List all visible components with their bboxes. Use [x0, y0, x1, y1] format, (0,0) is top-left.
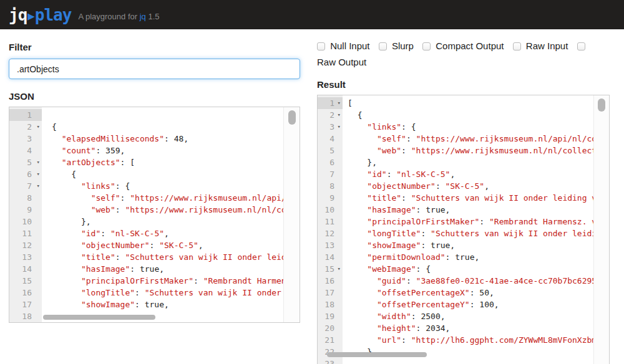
code-line[interactable]: "longTitle": "Schutters van wijk II onde…: [348, 228, 594, 239]
null-input-checkbox[interactable]: [317, 42, 325, 50]
fold-chevron-down-icon[interactable]: ▾: [338, 97, 341, 109]
json-editor[interactable]: 12▾345▾6▾7▾89101112131415161718 { "elaps…: [9, 107, 300, 323]
line-number: 2▾: [9, 121, 42, 133]
filter-label: Filter: [9, 42, 300, 52]
code-line[interactable]: "showImage": true,: [348, 239, 594, 251]
fold-chevron-down-icon[interactable]: ▾: [37, 156, 40, 168]
result-editor-code[interactable]: [ { "links": { "self": "https://www.rijk…: [343, 97, 594, 364]
fold-chevron-down-icon[interactable]: ▾: [338, 109, 341, 121]
options-row: Null Input Slurp Compact Output Raw Inpu…: [317, 38, 610, 70]
slurp-checkbox[interactable]: [379, 42, 387, 50]
line-number: 6▾: [9, 168, 42, 180]
code-line[interactable]: {: [52, 121, 284, 133]
code-line[interactable]: "self": "https://www.rijksmuseum.nl/api/…: [348, 133, 594, 145]
code-line[interactable]: "count": 359,: [52, 145, 284, 156]
result-editor-vertical-scrollbar[interactable]: [593, 95, 609, 364]
code-line[interactable]: "longTitle": "Schutters van wijk II onde…: [52, 287, 284, 299]
vertical-scroll-thumb[interactable]: [598, 98, 605, 112]
code-line[interactable]: },: [52, 216, 284, 228]
code-line[interactable]: {: [52, 168, 284, 180]
compact-output-checkbox[interactable]: [422, 42, 431, 50]
raw-input-checkbox[interactable]: [513, 42, 521, 50]
code-line[interactable]: "offsetPercentageY": 100,: [348, 299, 594, 310]
line-number: 12: [9, 239, 42, 251]
option-slurp[interactable]: Slurp: [379, 41, 414, 51]
logo-play-text: play: [35, 6, 72, 24]
code-line[interactable]: [52, 109, 284, 121]
line-number: 10: [9, 216, 42, 228]
line-number: 4: [9, 145, 42, 156]
code-line[interactable]: "links": {: [348, 121, 594, 133]
code-line[interactable]: "hasImage": true,: [348, 204, 594, 216]
code-line[interactable]: "width": 2500,: [348, 310, 594, 322]
json-label: JSON: [9, 91, 300, 102]
json-editor-code[interactable]: { "elapsedMilliseconds": 48, "count": 35…: [42, 109, 284, 322]
line-number: 14: [318, 251, 343, 263]
code-line[interactable]: "showImage": true,: [52, 299, 284, 310]
line-number: 9: [318, 192, 343, 204]
json-editor-gutter: 12▾345▾6▾7▾89101112131415161718: [9, 107, 42, 322]
filter-input[interactable]: [9, 59, 300, 79]
line-number: 18: [9, 310, 42, 322]
option-raw-input[interactable]: Raw Input: [513, 41, 568, 51]
code-line[interactable]: "hasImage": true,: [52, 263, 284, 275]
code-line[interactable]: "objectNumber": "SK-C-5",: [348, 180, 594, 192]
tagline: A playground for jq 1.5: [78, 8, 159, 21]
option-null-input[interactable]: Null Input: [317, 41, 370, 51]
code-line[interactable]: "artObjects": [: [52, 156, 284, 168]
option-label: Null Input: [330, 41, 369, 51]
code-line[interactable]: "height": 2034,: [348, 322, 594, 334]
fold-chevron-down-icon[interactable]: ▾: [37, 168, 40, 180]
code-line[interactable]: "permitDownload": true,: [348, 251, 594, 263]
code-line[interactable]: "elapsedMilliseconds": 48,: [52, 133, 284, 145]
result-editor-gutter: 1▾2▾3▾456789101112131415▾161718192021222…: [318, 95, 343, 364]
line-number: 3: [9, 133, 42, 145]
code-line[interactable]: "title": "Schutters van wijk II onder le…: [52, 251, 284, 263]
fold-chevron-down-icon[interactable]: ▾: [338, 121, 341, 133]
option-label: Slurp: [392, 41, 414, 51]
code-line[interactable]: "id": "nl-SK-C-5",: [348, 168, 594, 180]
code-line[interactable]: "offsetPercentageX": 50,: [348, 287, 594, 299]
raw-output-checkbox[interactable]: [577, 42, 585, 50]
line-number: 8: [9, 192, 42, 204]
code-line[interactable]: "self": "https://www.rijksmuseum.nl/api/…: [52, 192, 284, 204]
code-line[interactable]: {: [348, 109, 594, 121]
line-number: 7▾: [9, 180, 42, 192]
vertical-scroll-thumb[interactable]: [288, 110, 296, 125]
code-line[interactable]: "url": "http://lh6.ggpht.com/ZYWwML8mVFo…: [348, 334, 594, 346]
logo-jq-text: jq: [9, 6, 27, 24]
app-header: jq ▶ play A playground for jq 1.5: [0, 0, 624, 29]
code-line[interactable]: },: [348, 156, 594, 168]
option-compact-output[interactable]: Compact Output: [422, 41, 504, 51]
line-number: 20: [318, 322, 343, 334]
code-line[interactable]: "web": "https://www.rijksmuseum.nl/nl/co…: [52, 204, 284, 216]
line-number: 23: [318, 358, 343, 364]
line-number: 13: [318, 239, 343, 251]
result-editor[interactable]: 1▾2▾3▾456789101112131415▾161718192021222…: [317, 95, 610, 364]
option-label: Raw Input: [526, 41, 568, 51]
code-line[interactable]: [: [348, 97, 594, 109]
jq-link[interactable]: jq: [140, 12, 146, 21]
horizontal-scroll-thumb[interactable]: [327, 352, 427, 357]
code-line[interactable]: "web": "https://www.rijksmuseum.nl/nl/co…: [348, 145, 594, 156]
fold-chevron-down-icon[interactable]: ▾: [37, 121, 40, 133]
line-number: 14: [9, 263, 42, 275]
code-line[interactable]: "guid": "3ae88fe0-021c-41ae-a4ce-cc70b7b…: [348, 275, 594, 287]
tagline-prefix: A playground for: [78, 12, 137, 21]
code-line[interactable]: "webImage": {: [348, 263, 594, 275]
code-line[interactable]: "links": {: [52, 180, 284, 192]
line-number: 9: [9, 204, 42, 216]
fold-chevron-down-icon[interactable]: ▾: [338, 263, 341, 275]
code-line[interactable]: "id": "nl-SK-C-5",: [52, 228, 284, 239]
json-editor-vertical-scrollbar[interactable]: [283, 107, 300, 322]
code-line[interactable]: "title": "Schutters van wijk II onder le…: [348, 192, 594, 204]
option-label: Compact Output: [436, 41, 504, 51]
code-line[interactable]: [348, 358, 594, 364]
code-line[interactable]: "objectNumber": "SK-C-5",: [52, 239, 284, 251]
fold-chevron-down-icon[interactable]: ▾: [37, 180, 40, 192]
play-icon: ▶: [27, 7, 34, 22]
app-logo[interactable]: jq ▶ play: [9, 6, 71, 24]
code-line[interactable]: "principalOrFirstMaker": "Rembrandt Harm…: [348, 216, 594, 228]
horizontal-scroll-thumb[interactable]: [43, 315, 155, 320]
code-line[interactable]: "principalOrFirstMaker": "Rembrandt Harm…: [52, 275, 284, 287]
